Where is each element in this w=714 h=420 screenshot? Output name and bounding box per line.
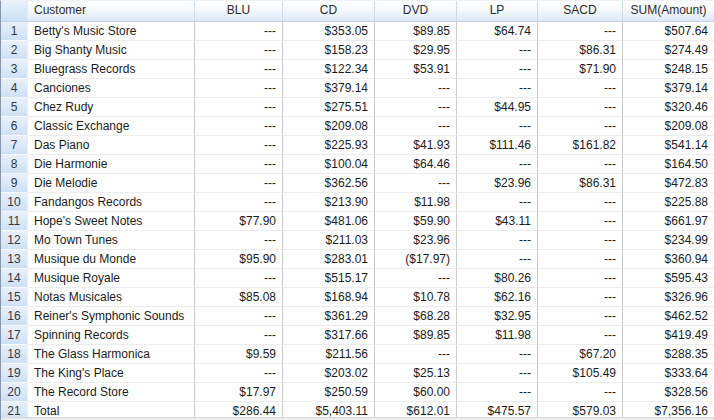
table-row[interactable]: 20The Record Store$17.97$250.59$60.00---… — [1, 383, 714, 402]
table-row[interactable]: 4Canciones---$379.14---------$379.14 — [1, 79, 714, 98]
amount-cell[interactable]: $168.94 — [283, 288, 375, 307]
amount-cell[interactable]: $64.46 — [375, 155, 457, 174]
table-row[interactable]: 5Chez Rudy---$275.51---$44.95---$320.46 — [1, 98, 714, 117]
customer-cell[interactable]: Classic Exchange — [28, 117, 195, 136]
amount-cell[interactable]: --- — [195, 174, 283, 193]
row-number-cell[interactable]: 6 — [1, 117, 28, 136]
amount-cell[interactable]: $44.95 — [457, 98, 538, 117]
amount-cell[interactable]: $361.29 — [283, 307, 375, 326]
column-header-sacd[interactable]: SACD — [538, 1, 623, 21]
amount-cell[interactable]: $209.08 — [283, 117, 375, 136]
amount-cell[interactable]: $122.34 — [283, 60, 375, 79]
table-row[interactable]: 1Betty's Music Store---$353.05$89.85$64.… — [1, 22, 714, 41]
table-row[interactable]: 19The King's Place---$203.02$25.13---$10… — [1, 364, 714, 383]
customer-cell[interactable]: Notas Musicales — [28, 288, 195, 307]
amount-cell[interactable]: $80.26 — [457, 269, 538, 288]
row-number-cell[interactable]: 16 — [1, 307, 28, 326]
amount-cell[interactable]: --- — [457, 383, 538, 402]
amount-cell[interactable]: $89.85 — [375, 326, 457, 345]
row-number-cell[interactable]: 19 — [1, 364, 28, 383]
row-number-cell[interactable]: 17 — [1, 326, 28, 345]
amount-cell[interactable]: $661.97 — [623, 212, 714, 231]
column-header-sum-amount[interactable]: SUM(Amount) — [623, 1, 714, 21]
amount-cell[interactable]: --- — [538, 79, 623, 98]
amount-cell[interactable]: $89.85 — [375, 22, 457, 41]
amount-cell[interactable]: --- — [457, 345, 538, 364]
amount-cell[interactable]: $213.90 — [283, 193, 375, 212]
customer-cell[interactable]: Spinning Records — [28, 326, 195, 345]
amount-cell[interactable]: $68.28 — [375, 307, 457, 326]
amount-cell[interactable]: $161.82 — [538, 136, 623, 155]
amount-cell[interactable]: --- — [538, 288, 623, 307]
amount-cell[interactable]: --- — [538, 98, 623, 117]
customer-cell[interactable]: The Record Store — [28, 383, 195, 402]
amount-cell[interactable]: $25.13 — [375, 364, 457, 383]
customer-cell[interactable]: Reiner's Symphonic Sounds — [28, 307, 195, 326]
table-row[interactable]: 6Classic Exchange---$209.08---------$209… — [1, 117, 714, 136]
customer-cell[interactable]: The Glass Harmonica — [28, 345, 195, 364]
amount-cell[interactable]: --- — [195, 60, 283, 79]
table-row[interactable]: 8Die Harmonie---$100.04$64.46------$164.… — [1, 155, 714, 174]
row-indicator-corner-cell[interactable] — [1, 1, 28, 21]
customer-cell[interactable]: Betty's Music Store — [28, 22, 195, 41]
amount-cell[interactable]: --- — [538, 117, 623, 136]
amount-cell[interactable]: $225.93 — [283, 136, 375, 155]
table-row[interactable]: 18The Glass Harmonica$9.59$211.56------$… — [1, 345, 714, 364]
amount-cell[interactable]: $353.05 — [283, 22, 375, 41]
amount-cell[interactable]: $379.14 — [283, 79, 375, 98]
amount-cell[interactable]: $23.96 — [457, 174, 538, 193]
amount-cell[interactable]: --- — [457, 250, 538, 269]
amount-cell[interactable]: $234.99 — [623, 231, 714, 250]
amount-cell[interactable]: --- — [195, 117, 283, 136]
amount-cell[interactable]: $203.02 — [283, 364, 375, 383]
amount-cell[interactable]: --- — [538, 193, 623, 212]
amount-cell[interactable]: --- — [375, 79, 457, 98]
table-row[interactable]: 7Das Piano---$225.93$41.93$111.46$161.82… — [1, 136, 714, 155]
amount-cell[interactable]: --- — [195, 269, 283, 288]
table-row[interactable]: 12Mo Town Tunes---$211.03$23.96------$23… — [1, 231, 714, 250]
amount-cell[interactable]: $71.90 — [538, 60, 623, 79]
amount-cell[interactable]: ($17.97) — [375, 250, 457, 269]
amount-cell[interactable]: $320.46 — [623, 98, 714, 117]
customer-cell[interactable]: Die Melodie — [28, 174, 195, 193]
column-header-lp[interactable]: LP — [457, 1, 538, 21]
row-number-cell[interactable]: 15 — [1, 288, 28, 307]
row-number-cell[interactable]: 14 — [1, 269, 28, 288]
amount-cell[interactable]: $41.93 — [375, 136, 457, 155]
table-row[interactable]: 15Notas Musicales$85.08$168.94$10.78$62.… — [1, 288, 714, 307]
row-number-cell[interactable]: 13 — [1, 250, 28, 269]
customer-cell[interactable]: Musique du Monde — [28, 250, 195, 269]
amount-cell[interactable]: --- — [375, 117, 457, 136]
column-header-cd[interactable]: CD — [283, 1, 375, 21]
amount-cell[interactable]: --- — [195, 155, 283, 174]
amount-cell[interactable]: $23.96 — [375, 231, 457, 250]
customer-cell[interactable]: Fandangos Records — [28, 193, 195, 212]
amount-cell[interactable]: $59.90 — [375, 212, 457, 231]
amount-cell[interactable]: $86.31 — [538, 174, 623, 193]
amount-cell[interactable]: --- — [538, 307, 623, 326]
amount-cell[interactable]: $43.11 — [457, 212, 538, 231]
amount-cell[interactable]: $275.51 — [283, 98, 375, 117]
amount-cell[interactable]: $362.56 — [283, 174, 375, 193]
row-number-cell[interactable]: 7 — [1, 136, 28, 155]
amount-cell[interactable]: --- — [538, 22, 623, 41]
customer-cell[interactable]: Chez Rudy — [28, 98, 195, 117]
amount-cell[interactable]: $274.49 — [623, 41, 714, 60]
amount-cell[interactable]: --- — [195, 98, 283, 117]
amount-cell[interactable]: $462.52 — [623, 307, 714, 326]
table-row[interactable]: 10Fandangos Records---$213.90$11.98-----… — [1, 193, 714, 212]
row-number-cell[interactable]: 12 — [1, 231, 28, 250]
amount-cell[interactable]: --- — [538, 326, 623, 345]
amount-cell[interactable]: $481.06 — [283, 212, 375, 231]
amount-cell[interactable]: $62.16 — [457, 288, 538, 307]
amount-cell[interactable]: $541.14 — [623, 136, 714, 155]
table-row[interactable]: 16Reiner's Symphonic Sounds---$361.29$68… — [1, 307, 714, 326]
amount-cell[interactable]: --- — [195, 307, 283, 326]
amount-cell[interactable]: $85.08 — [195, 288, 283, 307]
amount-cell[interactable]: $288.35 — [623, 345, 714, 364]
amount-cell[interactable]: $250.59 — [283, 383, 375, 402]
customer-cell[interactable]: Big Shanty Music — [28, 41, 195, 60]
amount-cell[interactable]: --- — [375, 98, 457, 117]
table-row[interactable]: 13Musique du Monde$95.90$283.01($17.97)-… — [1, 250, 714, 269]
amount-cell[interactable]: $211.03 — [283, 231, 375, 250]
